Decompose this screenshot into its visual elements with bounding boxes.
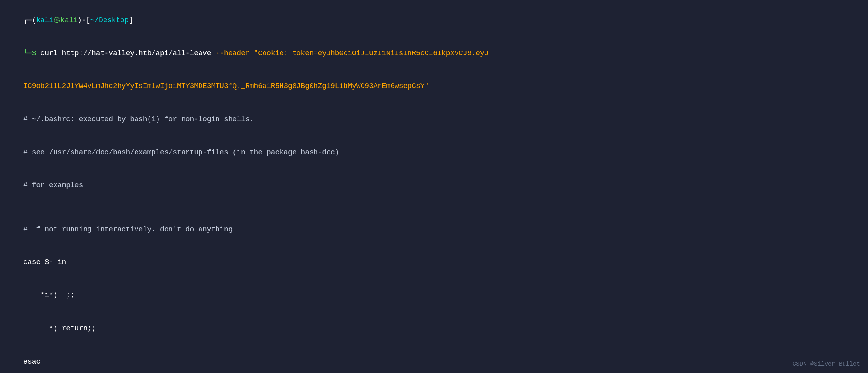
- title-bar-line: ┌─(kali㉿kali)-[~/Desktop]: [6, 4, 862, 37]
- bracket-middle: )-[: [77, 16, 90, 24]
- comment-text-1: # ~/.bashrc: executed by bash(1) for non…: [23, 115, 254, 123]
- current-path: ~/Desktop: [90, 16, 128, 24]
- bracket-close: ]: [129, 16, 133, 24]
- comment-interactive: # If not running interactively, don't do…: [6, 213, 862, 246]
- username: kali: [36, 16, 53, 24]
- case-text: case $- in: [23, 258, 66, 266]
- comment-bashrc-2: # see /usr/share/doc/bash/examples/start…: [6, 136, 862, 169]
- case-option-1-text: *i*) ;;: [23, 291, 75, 299]
- command-line: └─$ curl http://hat-valley.htb/api/all-l…: [6, 37, 862, 70]
- comment-bashrc-1: # ~/.bashrc: executed by bash(1) for non…: [6, 103, 862, 136]
- comment-bashrc-3: # for examples: [6, 169, 862, 202]
- command-curl: curl: [40, 49, 62, 57]
- comment-text-2: # see /usr/share/doc/bash/examples/start…: [23, 148, 339, 156]
- esac-text: esac: [23, 358, 40, 366]
- terminal-window: ┌─(kali㉿kali)-[~/Desktop] └─$ curl http:…: [0, 0, 868, 373]
- dollar-prompt: └─$: [23, 49, 40, 57]
- watermark: CSDN @Silver Bullet: [793, 361, 860, 367]
- hostname: kali: [60, 16, 77, 24]
- case-option-2-text: *) return;;: [23, 324, 96, 332]
- empty-line-1: [6, 202, 862, 213]
- comment-text-4: # If not running interactively, don't do…: [23, 225, 232, 233]
- case-option-2: *) return;;: [6, 312, 862, 345]
- case-option-1: *i*) ;;: [6, 279, 862, 312]
- case-statement: case $- in: [6, 246, 862, 279]
- command-header-value: "Cookie: token=eyJhbGciOiJIUzI1NiIsInR5c…: [254, 49, 489, 57]
- jwt-continuation: IC9ob21lL2JlYW4vLmJhc2hyYyIsImlwIjoiMTY3…: [6, 70, 862, 103]
- at-symbol: ㉿: [53, 16, 60, 24]
- command-url: http://hat-valley.htb/api/all-leave: [62, 49, 215, 57]
- esac-line: esac: [6, 345, 862, 373]
- jwt-cont-value: IC9ob21lL2JlYW4vLmJhc2hyYyIsImlwIjoiMTY3…: [23, 82, 429, 90]
- bracket-open: ┌─(: [23, 16, 36, 24]
- command-flag: --header: [215, 49, 254, 57]
- comment-text-3: # for examples: [23, 181, 83, 189]
